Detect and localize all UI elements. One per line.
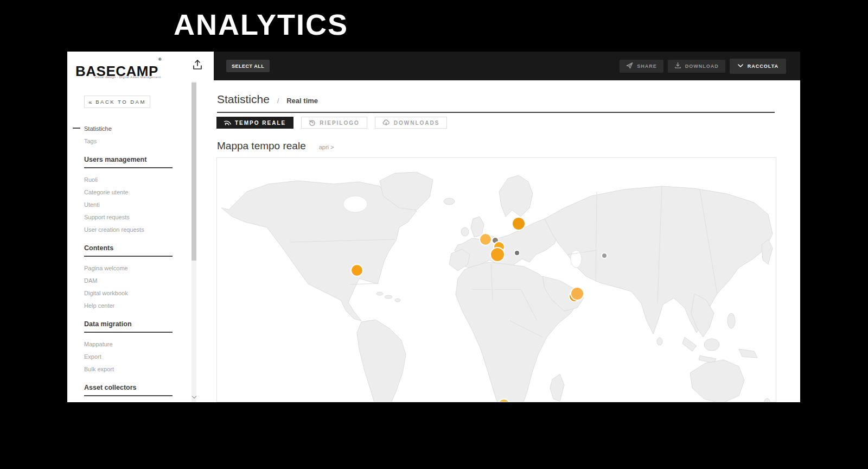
- topbar-right-group: SHARE DOWNLOAD RACCOLTA: [620, 59, 786, 74]
- sidebar-section-contents: Contents: [84, 244, 173, 257]
- active-dash-icon: [73, 128, 80, 129]
- tab-downloads[interactable]: DOWNLOADS: [375, 117, 448, 129]
- map-open-link[interactable]: apri >: [319, 144, 334, 150]
- map-marker-france-south[interactable]: [490, 247, 505, 262]
- sidebar-item-mappature[interactable]: Mappature: [84, 338, 173, 350]
- action-topbar: SELECT ALL SHARE DOWNLOAD: [214, 52, 800, 80]
- share-icon: [626, 62, 633, 70]
- sidebar-item-user-creation-requests[interactable]: User creation requests: [84, 223, 173, 236]
- sidebar-scrollbar-track: [192, 81, 196, 402]
- sidebar-section-data-migration: Data migration: [84, 320, 173, 333]
- sidebar-item-support-requests[interactable]: Support requests: [84, 211, 173, 223]
- select-all-button[interactable]: SELECT ALL: [226, 60, 270, 72]
- scrollbar-down-arrow-icon[interactable]: [192, 395, 196, 399]
- sidebar-scrollbar-thumb[interactable]: [192, 83, 196, 261]
- breadcrumb-current: Real time: [286, 97, 318, 105]
- history-icon: [309, 119, 316, 127]
- download-button[interactable]: DOWNLOAD: [668, 60, 725, 73]
- breadcrumb: Statistiche / Real time: [217, 93, 775, 113]
- sidebar: BASECAMP® Visual design - Digital Asset …: [67, 52, 214, 402]
- live-signal-icon: [224, 119, 231, 127]
- sidebar-item-ruoli[interactable]: Ruoli: [84, 173, 173, 186]
- map-section-header: Mappa tempo reale apri >: [217, 140, 334, 152]
- breadcrumb-separator: /: [277, 97, 279, 105]
- sidebar-item-digital-workbook[interactable]: Digital workbook: [84, 287, 173, 299]
- page-title: ANALYTICS: [174, 8, 348, 41]
- sidebar-section-users-management: Users management: [84, 156, 173, 168]
- back-to-dam-label: BACK TO DAM: [95, 99, 146, 105]
- back-arrows: «: [88, 99, 92, 105]
- sidebar-item-asset-collector[interactable]: Asset collector: [84, 401, 173, 402]
- share-button[interactable]: SHARE: [620, 60, 663, 73]
- registered-mark: ®: [158, 57, 162, 62]
- map-section-title: Mappa tempo reale: [217, 140, 306, 152]
- sidebar-item-bulk-export[interactable]: Bulk export: [84, 363, 173, 375]
- chevron-down-icon: [737, 62, 744, 70]
- sidebar-nav: Statistiche Tags Users management Ruoli …: [84, 122, 173, 402]
- tab-riepilogo[interactable]: RIEPILOGO: [301, 117, 367, 129]
- sidebar-item-categorie-utente[interactable]: Categorie utente: [84, 186, 173, 198]
- map-marker-uae[interactable]: [570, 287, 584, 301]
- map-marker-usa-east[interactable]: [350, 264, 363, 277]
- sidebar-item-pagina-welcome[interactable]: Pagina welcome: [84, 262, 173, 274]
- sidebar-item-utenti[interactable]: Utenti: [84, 198, 173, 211]
- raccolta-button[interactable]: RACCOLTA: [730, 59, 786, 74]
- sidebar-item-export[interactable]: Export: [84, 350, 173, 363]
- world-map: [217, 158, 776, 402]
- sidebar-section-asset-collectors: Asset collectors: [84, 384, 173, 396]
- map-marker-central-asia[interactable]: [601, 252, 608, 259]
- map-marker-uk[interactable]: [479, 233, 492, 246]
- breadcrumb-statistiche[interactable]: Statistiche: [217, 93, 270, 106]
- page-background: ANALYTICS BASECAMP® Visual design - Digi…: [0, 0, 868, 469]
- back-to-dam-button[interactable]: « BACK TO DAM: [84, 96, 150, 108]
- upload-icon[interactable]: [191, 59, 204, 72]
- sidebar-item-tags[interactable]: Tags: [84, 135, 173, 147]
- main-area: SELECT ALL SHARE DOWNLOAD: [214, 52, 800, 402]
- download-icon: [674, 62, 681, 70]
- realtime-map-panel: [216, 157, 776, 402]
- sidebar-item-help-center[interactable]: Help center: [84, 299, 173, 312]
- tab-tempo-reale[interactable]: TEMPO REALE: [216, 117, 293, 129]
- sidebar-item-statistiche[interactable]: Statistiche: [84, 122, 173, 135]
- map-marker-sweden[interactable]: [512, 217, 526, 231]
- brand-tagline: Visual design - Digital Asset Management: [94, 75, 161, 79]
- map-marker-balkans[interactable]: [514, 250, 520, 256]
- cloud-download-icon: [382, 119, 390, 127]
- app-window: BASECAMP® Visual design - Digital Asset …: [67, 52, 800, 402]
- stats-tabs: TEMPO REALE RIEPILOGO DOWNLOADS: [216, 117, 447, 129]
- sidebar-item-dam[interactable]: DAM: [84, 274, 173, 287]
